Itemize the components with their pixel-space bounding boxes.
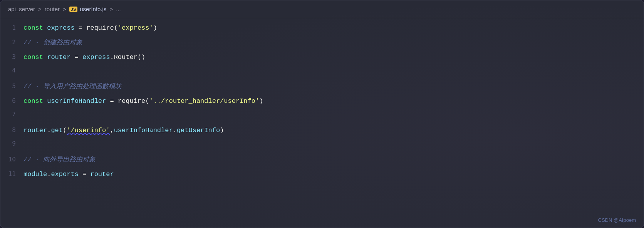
token: ,	[110, 127, 114, 134]
breadcrumb-part2: router	[45, 6, 60, 12]
line-number: 6	[0, 97, 23, 104]
table-row: 5// · 导入用户路由处理函数模块	[0, 80, 644, 95]
token: =	[70, 54, 82, 61]
token: .	[47, 171, 51, 178]
line-content: const router = express.Router()	[23, 52, 145, 62]
line-content: router.get('/userinfo',userInfoHandler.g…	[23, 125, 224, 136]
token: express	[47, 24, 74, 32]
table-row: 11module.exports = router	[0, 168, 644, 183]
line-number: 10	[0, 156, 23, 163]
token: ()	[138, 54, 145, 61]
token: .	[173, 127, 177, 134]
line-number: 1	[0, 24, 23, 31]
line-number: 8	[0, 126, 23, 134]
token: Router	[114, 54, 138, 61]
token: )	[259, 97, 263, 105]
table-row: 4	[0, 66, 644, 80]
breadcrumb-sep2: >	[63, 6, 66, 12]
breadcrumb-part1: api_server	[8, 6, 35, 12]
line-content: const express = require('express')	[23, 23, 157, 33]
token: =	[106, 97, 118, 105]
table-row: 6const userInfoHandler = require('../rou…	[0, 95, 644, 110]
token: )	[220, 127, 224, 134]
token: const	[23, 97, 47, 105]
token: router	[23, 127, 47, 134]
token: express	[82, 54, 110, 61]
table-row: 3const router = express.Router()	[0, 51, 644, 66]
token: =	[79, 171, 91, 178]
token: getUserInfo	[177, 127, 220, 134]
line-number: 4	[0, 67, 23, 74]
line-number: 7	[0, 111, 23, 118]
line-number: 11	[0, 170, 23, 178]
token: router	[90, 171, 114, 178]
breadcrumb-sep3: >	[109, 6, 113, 12]
line-number: 2	[0, 39, 23, 46]
line-content: const userInfoHandler = require('../rout…	[23, 96, 263, 106]
line-number: 5	[0, 82, 23, 90]
token: const	[23, 54, 47, 61]
line-content: // · 向外导出路由对象	[23, 154, 96, 165]
token: require	[118, 97, 145, 105]
editor-window: api_server > router > JS userInfo.js > .…	[0, 0, 644, 228]
token: .	[47, 127, 51, 134]
line-number: 9	[0, 140, 23, 147]
breadcrumb-part3: userInfo.js	[80, 6, 106, 12]
token: userInfoHandler	[47, 97, 106, 105]
token: // · 创建路由对象	[23, 39, 82, 46]
line-content: // · 创建路由对象	[23, 37, 82, 48]
table-row: 7	[0, 110, 644, 124]
token: userInfoHandler	[114, 127, 173, 134]
line-content: module.exports = router	[23, 169, 114, 179]
token: (	[114, 24, 118, 32]
token: exports	[51, 171, 78, 178]
token: .	[110, 54, 114, 61]
token: module	[23, 171, 47, 178]
token: )	[153, 24, 157, 32]
js-badge: JS	[69, 7, 77, 12]
token: (	[63, 127, 67, 134]
watermark: CSDN @AIpoem	[598, 217, 636, 223]
token: const	[23, 24, 47, 32]
token: '/userinfo'	[67, 127, 110, 134]
table-row: 8router.get('/userinfo',userInfoHandler.…	[0, 124, 644, 139]
token: '../router_handler/userInfo'	[149, 97, 259, 105]
line-content: // · 导入用户路由处理函数模块	[23, 81, 122, 92]
table-row: 2// · 创建路由对象	[0, 37, 644, 51]
breadcrumb-sep1: >	[38, 6, 42, 12]
table-row: 9	[0, 139, 644, 154]
token: router	[47, 54, 70, 61]
token: 'express'	[118, 24, 153, 32]
token: // · 向外导出路由对象	[23, 156, 96, 163]
breadcrumb-part4: ...	[116, 6, 121, 12]
token: require	[86, 24, 114, 32]
table-row: 1const express = require('express')	[0, 22, 644, 37]
token: get	[51, 127, 63, 134]
code-area[interactable]: 1const express = require('express')2// ·…	[0, 18, 644, 228]
token: // · 导入用户路由处理函数模块	[23, 83, 122, 90]
token: =	[75, 24, 87, 32]
breadcrumb-bar: api_server > router > JS userInfo.js > .…	[0, 0, 644, 18]
table-row: 10// · 向外导出路由对象	[0, 154, 644, 168]
line-number: 3	[0, 53, 23, 60]
token: (	[145, 97, 149, 105]
